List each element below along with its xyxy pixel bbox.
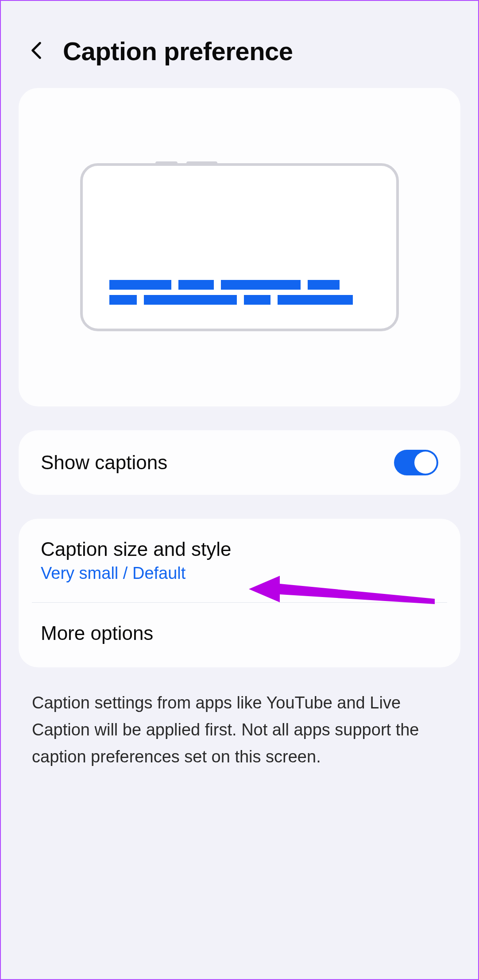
- show-captions-toggle[interactable]: [394, 450, 438, 475]
- caption-bars-preview: [109, 280, 370, 305]
- caption-size-style-label: Caption size and style: [41, 538, 438, 560]
- options-card: Caption size and style Very small / Defa…: [19, 519, 460, 667]
- more-options-item[interactable]: More options: [19, 603, 460, 667]
- page-title: Caption preference: [63, 36, 293, 66]
- header: Caption preference: [19, 1, 460, 88]
- caption-preview-card: [19, 88, 460, 406]
- show-captions-row[interactable]: Show captions: [19, 430, 460, 495]
- phone-mockup: [80, 163, 399, 331]
- info-text: Caption settings from apps like YouTube …: [19, 681, 460, 779]
- more-options-label: More options: [41, 622, 438, 644]
- caption-size-style-item[interactable]: Caption size and style Very small / Defa…: [19, 519, 460, 602]
- caption-size-style-value: Very small / Default: [41, 564, 438, 583]
- back-icon[interactable]: [27, 40, 45, 63]
- show-captions-label: Show captions: [41, 452, 167, 474]
